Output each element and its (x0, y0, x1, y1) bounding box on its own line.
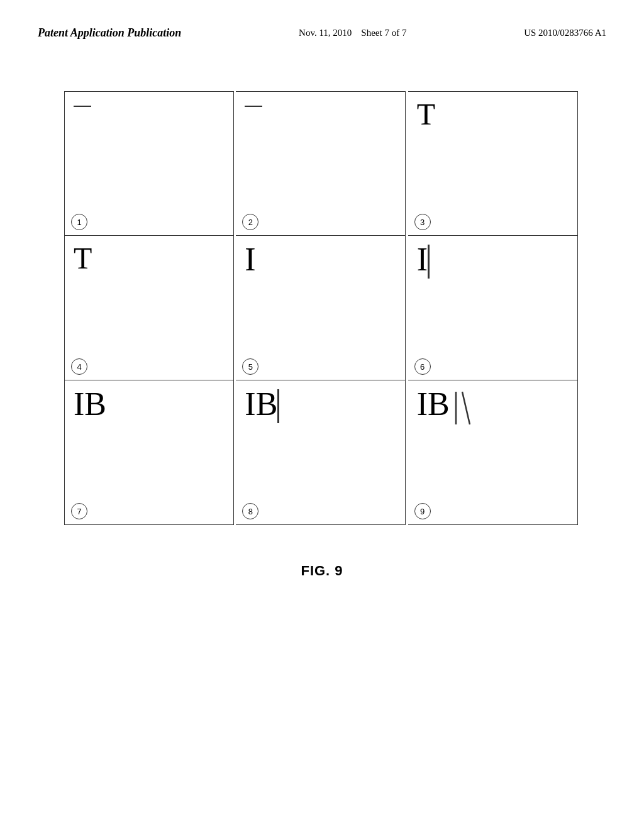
cell-number-8: 8 (242, 503, 258, 519)
cell-number-6: 6 (414, 358, 431, 375)
cell-1: 1 (64, 91, 234, 236)
publication-label: Patent Application Publication (38, 25, 181, 41)
cell-6: I 6 (408, 236, 578, 380)
dash-symbol-2 (245, 106, 262, 108)
cell-7-content: IB (74, 388, 225, 421)
cell-8: IB 8 (236, 380, 406, 525)
cell-8-content: IB (245, 388, 396, 423)
cell-9: IB 9 (408, 380, 578, 525)
cell-5-content: I (245, 243, 396, 276)
cell-number-7: 7 (71, 503, 87, 519)
i-symbol-5: I (245, 241, 255, 277)
figure-grid: 1 2 T 3 T 4 I 5 (64, 91, 580, 525)
cell-7: IB 7 (64, 380, 234, 525)
pub-date: Nov. 11, 2010 (299, 28, 352, 38)
figure-caption: FIG. 9 (301, 563, 343, 579)
cell-4: T 4 (64, 236, 234, 380)
cell-4-content: T (74, 243, 225, 274)
cursor-8 (277, 389, 279, 423)
cell-number-3: 3 (414, 214, 431, 230)
cell-2: 2 (236, 91, 406, 236)
cell-3-content: T (417, 99, 569, 130)
page-header: Patent Application Publication Nov. 11, … (0, 0, 644, 53)
cursor-diagonal-9 (453, 390, 471, 428)
t-symbol-3: T (417, 97, 435, 131)
cell-number-2: 2 (242, 214, 258, 230)
patent-number: US 2010/0283766 A1 (524, 25, 606, 40)
main-content: 1 2 T 3 T 4 I 5 (0, 53, 644, 604)
cell-9-content: IB (417, 388, 569, 428)
dash-symbol-1 (74, 106, 91, 108)
cell-number-5: 5 (242, 358, 258, 375)
cell-6-content: I (417, 243, 569, 279)
date-sheet: Nov. 11, 2010 Sheet 7 of 7 (299, 25, 406, 40)
cell-3: T 3 (408, 91, 578, 236)
cursor-6 (428, 245, 430, 279)
ib-symbol-9: IB (417, 386, 450, 422)
cell-number-9: 9 (414, 503, 431, 519)
cell-1-content (74, 99, 225, 111)
sheet-info: Sheet 7 of 7 (361, 28, 406, 38)
cell-number-4: 4 (71, 358, 87, 375)
i-symbol-6: I (417, 241, 428, 277)
svg-line-1 (462, 392, 470, 424)
cell-5: I 5 (236, 236, 406, 380)
cell-number-1: 1 (71, 214, 87, 230)
t-symbol-4: T (74, 241, 92, 275)
ib-symbol-7: IB (74, 386, 106, 422)
cell-2-content (245, 99, 396, 111)
ib-symbol-8: IB (245, 386, 277, 422)
